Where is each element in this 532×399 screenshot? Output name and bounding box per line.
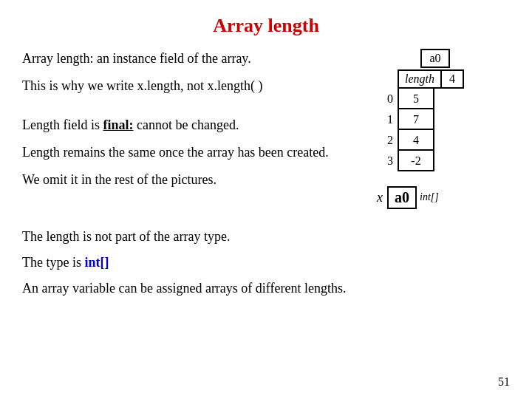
line1: Array length: an instance field of the a… (22, 49, 362, 69)
array-rows: 0517243-2 (377, 89, 434, 171)
row-cell: 5 (398, 89, 434, 109)
text-area: Array length: an instance field of the a… (22, 49, 377, 209)
table-row: 05 (377, 89, 434, 109)
spacer-index (377, 69, 398, 89)
line3-bold: final: (103, 117, 133, 132)
a0-label: a0 (420, 49, 449, 68)
array-header-value: 4 (442, 69, 464, 89)
array-diagram: a0 length 4 0517243-2 (377, 49, 464, 171)
row-index: 2 (377, 130, 398, 151)
page: Array length Array length: an instance f… (0, 0, 532, 399)
line4: Length remains the same once the array h… (22, 143, 362, 163)
row-cell: -2 (398, 151, 434, 171)
row-index: 3 (377, 151, 398, 171)
page-number: 51 (498, 375, 510, 389)
int-type-label: int[] (420, 186, 439, 209)
row-index: 0 (377, 89, 398, 109)
bottom2-blue: int[] (84, 255, 109, 270)
bottom-line2: The type is int[] (22, 253, 510, 273)
bottom-text: The length is not part of the array type… (22, 227, 510, 299)
line5: We omit it in the rest of the pictures. (22, 170, 362, 190)
line3: Length field is final: cannot be changed… (22, 115, 362, 135)
table-row: 24 (377, 130, 434, 151)
line3-post: cannot be changed. (134, 117, 239, 132)
row-cell: 7 (398, 109, 434, 130)
array-header-row: length 4 (377, 69, 464, 89)
table-row: 17 (377, 109, 434, 130)
x-label-area: x a0 int[] (377, 186, 439, 209)
bottom-line1: The length is not part of the array type… (22, 227, 510, 247)
bottom2-pre: The type is (22, 255, 84, 270)
row-cell: 4 (398, 130, 434, 151)
bottom-line3: An array variable can be assigned arrays… (22, 279, 510, 299)
array-header-label: length (398, 69, 442, 89)
diagram-area: a0 length 4 0517243-2 x a0 int[] (377, 49, 510, 209)
row-index: 1 (377, 109, 398, 130)
content-area: Array length: an instance field of the a… (22, 49, 510, 209)
table-row: 3-2 (377, 151, 434, 171)
x-box-value: a0 (387, 186, 417, 209)
x-variable-label: x (377, 190, 383, 205)
page-title: Array length (22, 15, 510, 37)
line2: This is why we write x.length, not x.len… (22, 76, 362, 96)
line3-pre: Length field is (22, 117, 103, 132)
